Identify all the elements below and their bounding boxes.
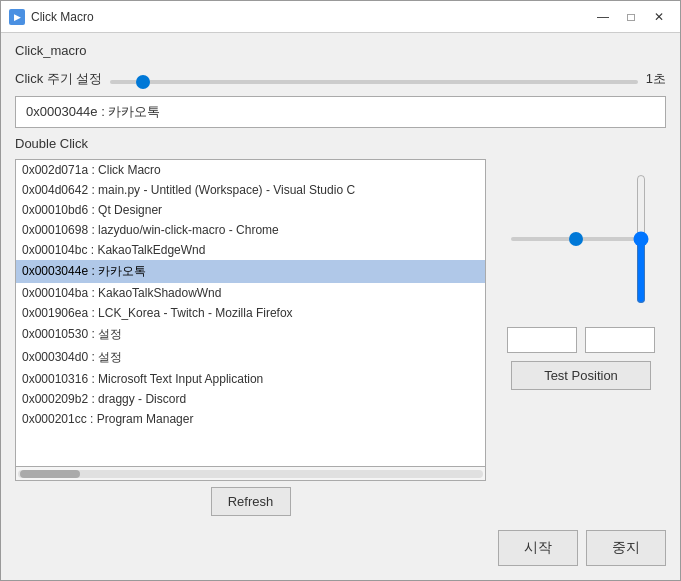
list-item[interactable]: 0x00010bd6 : Qt Designer <box>16 200 485 220</box>
list-scrollbar-horizontal[interactable] <box>15 467 486 481</box>
list-item[interactable]: 0x0003044e : 카카오톡 <box>16 260 485 283</box>
left-panel: 0x002d071a : Click Macro0x004d0642 : mai… <box>15 159 486 516</box>
coord-row: 33 69 <box>507 327 655 353</box>
list-item[interactable]: 0x000304d0 : 설정 <box>16 346 485 369</box>
list-item[interactable]: 0x000201cc : Program Manager <box>16 409 485 429</box>
right-panel: 33 69 Test Position <box>496 159 666 516</box>
list-item[interactable]: 0x002d071a : Click Macro <box>16 160 485 180</box>
bottom-row: 시작 중지 <box>15 524 666 570</box>
list-item[interactable]: 0x000104ba : KakaoTalkShadowWnd <box>16 283 485 303</box>
v-slider-container <box>631 159 651 319</box>
stop-button[interactable]: 중지 <box>586 530 666 566</box>
main-row: 0x002d071a : Click Macro0x004d0642 : mai… <box>15 159 666 516</box>
list-item[interactable]: 0x000104bc : KakaoTalkEdgeWnd <box>16 240 485 260</box>
scroll-track <box>18 470 483 478</box>
click-period-label: Click 주기 설정 <box>15 70 102 88</box>
close-button[interactable]: ✕ <box>646 7 672 27</box>
period-slider[interactable] <box>110 80 637 84</box>
start-button[interactable]: 시작 <box>498 530 578 566</box>
title-bar: ▶ Click Macro — □ ✕ <box>1 1 680 33</box>
period-slider-container <box>110 72 637 87</box>
window-list[interactable]: 0x002d071a : Click Macro0x004d0642 : mai… <box>15 159 486 467</box>
list-item[interactable]: 0x004d0642 : main.py - Untitled (Workspa… <box>16 180 485 200</box>
selected-window-display: 0x0003044e : 카카오톡 <box>15 96 666 128</box>
window-title: Click Macro <box>31 10 590 24</box>
h-position-slider[interactable] <box>511 237 641 241</box>
double-click-label: Double Click <box>15 136 666 151</box>
period-slider-value: 1초 <box>646 70 666 88</box>
scroll-thumb <box>20 470 80 478</box>
app-icon: ▶ <box>9 9 25 25</box>
v-position-slider[interactable] <box>631 174 651 304</box>
list-item[interactable]: 0x000209b2 : draggy - Discord <box>16 389 485 409</box>
x-coord-input[interactable]: 33 <box>507 327 577 353</box>
maximize-button[interactable]: □ <box>618 7 644 27</box>
refresh-btn-row: Refresh <box>15 487 486 516</box>
list-item[interactable]: 0x00010316 : Microsoft Text Input Applic… <box>16 369 485 389</box>
y-coord-input[interactable]: 69 <box>585 327 655 353</box>
content-area: Click_macro Click 주기 설정 1초 0x0003044e : … <box>1 33 680 580</box>
test-position-button[interactable]: Test Position <box>511 361 651 390</box>
click-macro-label: Click_macro <box>15 43 666 58</box>
list-item[interactable]: 0x00010530 : 설정 <box>16 323 485 346</box>
main-window: ▶ Click Macro — □ ✕ Click_macro Click 주기… <box>0 0 681 581</box>
click-period-row: Click 주기 설정 1초 <box>15 70 666 88</box>
window-controls: — □ ✕ <box>590 7 672 27</box>
refresh-button[interactable]: Refresh <box>211 487 291 516</box>
list-item[interactable]: 0x001906ea : LCK_Korea - Twitch - Mozill… <box>16 303 485 323</box>
list-item[interactable]: 0x00010698 : lazyduo/win-click-macro - C… <box>16 220 485 240</box>
minimize-button[interactable]: — <box>590 7 616 27</box>
crosshair-area <box>501 159 661 319</box>
